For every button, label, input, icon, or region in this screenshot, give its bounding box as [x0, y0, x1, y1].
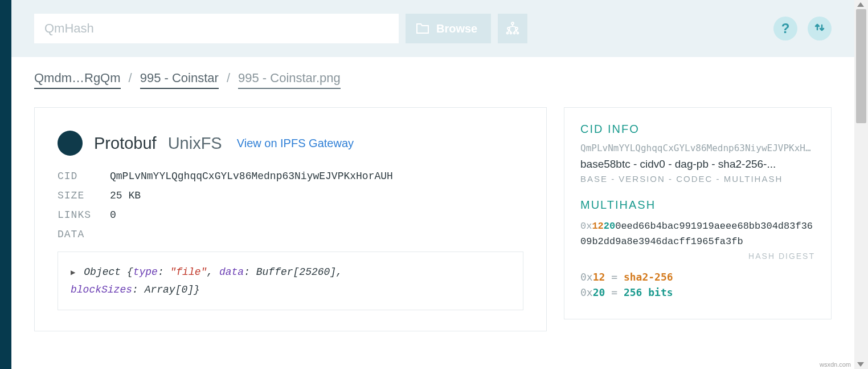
cid-sublabels: BASE - VERSION - CODEC - MULTIHASH	[580, 174, 815, 184]
content-row: Protobuf UnixFS View on IPFS Gateway CID…	[11, 96, 854, 343]
svg-point-4	[510, 32, 512, 34]
meta-links-label: LINKS	[58, 209, 103, 221]
code-key-data: data	[219, 266, 244, 278]
svg-point-1	[507, 27, 510, 30]
top-bar: Browse ?	[11, 0, 854, 57]
svg-point-5	[514, 32, 515, 34]
cid-parts: base58btc - cidv0 - dag-pb - sha2-256-..…	[580, 158, 815, 171]
meta-cid-label: CID	[58, 171, 103, 182]
mh-code: 12	[592, 221, 603, 232]
codec-name: Protobuf	[94, 134, 157, 153]
code-key-type: type	[133, 266, 158, 278]
legend1-val: sha2-256	[624, 271, 673, 283]
multihash-heading: MULTIHASH	[580, 198, 815, 212]
hash-search-input[interactable]	[34, 14, 399, 43]
codec-dot-icon	[58, 131, 83, 156]
cid-full: QmPLvNmYYLQghqqCxGYLv86Mednp63NiywEJVPKx…	[580, 143, 815, 153]
updown-icon	[813, 21, 826, 36]
expand-triangle-icon[interactable]: ▶	[71, 268, 75, 277]
breadcrumb-sep: /	[129, 71, 132, 86]
watermark: wsxdn.com	[820, 361, 851, 368]
meta-links-value: 0	[110, 209, 523, 221]
object-card: Protobuf UnixFS View on IPFS Gateway CID…	[34, 107, 547, 331]
meta-grid: CID QmPLvNmYYLQghqqCxGYLv86Mednp63NiywEJ…	[58, 171, 523, 240]
code-trailer: }	[194, 284, 200, 295]
main-area: Browse ? Qmdm…RgQm / 995 -	[11, 0, 854, 369]
meta-cid-value: QmPLvNmYYLQghqqCxGYLv86Mednp63NiywEJVPKx…	[110, 171, 523, 182]
code-val-bs: Array[0]	[145, 284, 194, 295]
legend1-pre: 0x	[580, 271, 593, 283]
code-val-data: Buffer[25260]	[256, 266, 336, 278]
svg-point-2	[515, 27, 518, 30]
meta-size-value: 25 KB	[110, 190, 523, 201]
legend2-val: 256 bits	[624, 286, 673, 298]
question-icon: ?	[781, 21, 790, 37]
code-key-bs: blockSizes	[71, 284, 132, 295]
legend1-code: 12	[593, 271, 605, 283]
browse-button-label: Browse	[436, 22, 477, 35]
help-button[interactable]: ?	[773, 17, 797, 40]
meta-size-label: SIZE	[58, 190, 103, 201]
breadcrumb: Qmdm…RgQm / 995 - Coinstar / 995 - Coins…	[11, 57, 854, 96]
legend2-code: 20	[593, 286, 605, 298]
legend2-pre: 0x	[580, 286, 593, 298]
legend1-eq: =	[605, 271, 624, 283]
legend-len: 0x20 = 256 bits	[580, 286, 815, 298]
format-name: UnixFS	[168, 134, 222, 153]
breadcrumb-folder[interactable]: 995 - Coinstar	[140, 71, 219, 89]
meta-data-label: DATA	[58, 229, 103, 240]
folder-icon	[416, 23, 429, 34]
tree-icon	[505, 21, 520, 37]
mh-len: 20	[604, 221, 615, 232]
code-leader: Object {	[84, 266, 133, 278]
data-inspector[interactable]: ▶ Object {type: "file", data: Buffer[252…	[58, 252, 523, 310]
browse-button[interactable]: Browse	[406, 14, 491, 43]
legend2-eq: =	[605, 286, 624, 298]
legend-code: 0x12 = sha2-256	[580, 271, 815, 283]
breadcrumb-root[interactable]: Qmdm…RgQm	[34, 71, 121, 89]
breadcrumb-sep: /	[227, 71, 230, 86]
object-title-row: Protobuf UnixFS View on IPFS Gateway	[58, 131, 523, 156]
svg-point-6	[517, 32, 519, 34]
app-nav-strip	[0, 0, 11, 369]
vertical-scrollbar[interactable]	[854, 0, 868, 369]
breadcrumb-current: 995 - Coinstar.png	[238, 71, 341, 89]
sync-button[interactable]	[808, 17, 832, 40]
gateway-link[interactable]: View on IPFS Gateway	[237, 137, 354, 150]
code-val-type: "file"	[170, 266, 207, 278]
svg-point-0	[511, 22, 514, 25]
digest-label: HASH DIGEST	[580, 252, 815, 261]
tree-button[interactable]	[498, 14, 527, 43]
cid-info-card: CID INFO QmPLvNmYYLQghqqCxGYLv86Mednp63N…	[564, 107, 832, 319]
svg-point-3	[507, 32, 509, 34]
multihash-hex: 0x12200eed66b4bac991919aeee68bb304d83f36…	[580, 218, 815, 249]
mh-prefix: 0x	[580, 221, 592, 232]
mh-digest: 0eed66b4bac991919aeee68bb304d83f3609b2dd…	[580, 221, 813, 247]
scrollbar-thumb[interactable]	[856, 9, 866, 123]
cid-info-heading: CID INFO	[580, 123, 815, 136]
